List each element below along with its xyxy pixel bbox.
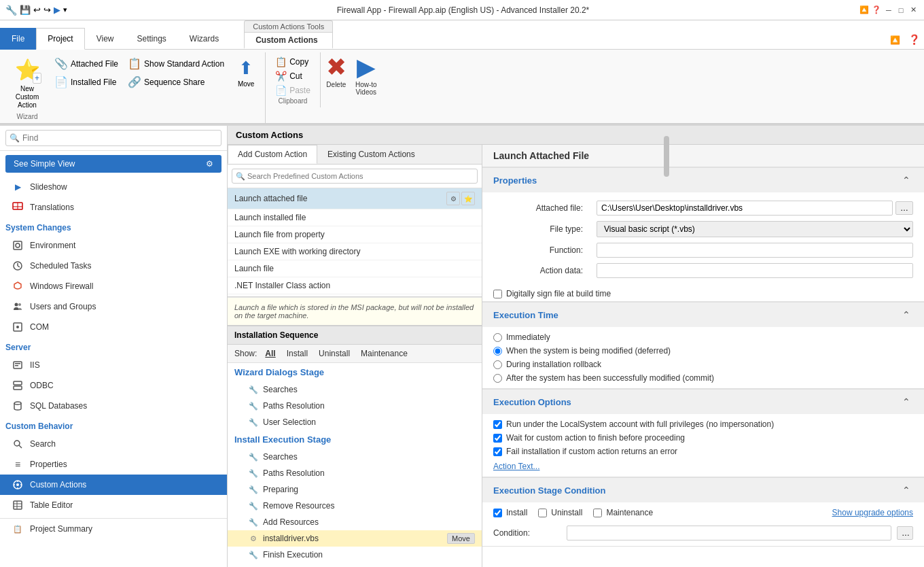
action-icon-star[interactable]: ⭐: [461, 192, 475, 205]
sidebar-item-users-groups[interactable]: Users and Groups: [0, 296, 227, 317]
action-item-launch-file[interactable]: Launch file: [228, 260, 482, 277]
action-data-input[interactable]: [597, 263, 913, 278]
seq-item-remove-resources[interactable]: 🔧 Remove Resources: [228, 498, 482, 514]
condition-input[interactable]: [567, 526, 891, 540]
ribbon-collapse-btn[interactable]: 🔼: [886, 31, 904, 49]
cb-uninstall-input[interactable]: [538, 509, 547, 517]
sidebar-item-environment[interactable]: Environment: [0, 235, 227, 256]
seq-item-install-paths[interactable]: 🔧 Paths Resolution: [228, 465, 482, 481]
attached-file-btn[interactable]: 📎 Attached File: [50, 55, 122, 72]
cb-install-input[interactable]: [493, 509, 502, 517]
minimize-btn[interactable]: ─: [883, 5, 894, 16]
show-option-maintenance[interactable]: Maintenance: [358, 347, 410, 360]
function-input[interactable]: [597, 243, 913, 258]
seq-item-wizard-paths[interactable]: 🔧 Paths Resolution: [228, 398, 482, 414]
move-installdriver-btn[interactable]: Move: [447, 533, 475, 544]
quick-redo[interactable]: ↪: [43, 5, 51, 15]
execution-time-collapse[interactable]: ⌃: [900, 308, 913, 322]
show-upgrade-options-link[interactable]: Show upgrade options: [832, 508, 913, 517]
tab-existing-custom-actions[interactable]: Existing Custom Actions: [317, 145, 425, 164]
sidebar-item-sql-databases[interactable]: SQL Databases: [0, 396, 227, 416]
quick-run[interactable]: ▶: [54, 5, 60, 15]
sidebar-item-search[interactable]: Search: [0, 434, 227, 454]
seq-item-preparing[interactable]: 🔧 Preparing: [228, 481, 482, 498]
cut-btn[interactable]: ✂️ Cut: [271, 69, 315, 83]
sidebar-item-properties[interactable]: ≡ Properties: [0, 454, 227, 475]
sidebar-item-translations[interactable]: Translations: [0, 197, 227, 218]
how-to-btn[interactable]: ▶ How-to Videos: [349, 55, 383, 96]
execution-stage-condition-header[interactable]: Execution Stage Condition ⌃: [482, 477, 924, 502]
tab-project[interactable]: Project: [36, 28, 84, 50]
sidebar-item-slideshow[interactable]: ▶ Slideshow: [0, 177, 227, 197]
ribbon-help-btn[interactable]: ❓: [904, 30, 924, 49]
seq-item-wizard-user-selection[interactable]: 🔧 User Selection: [228, 414, 482, 430]
file-type-select[interactable]: Visual basic script (*.vbs): [597, 221, 913, 237]
seq-item-finish-execution[interactable]: 🔧 Finish Execution: [228, 547, 482, 563]
show-option-uninstall[interactable]: Uninstall: [316, 347, 353, 360]
stage-condition-collapse[interactable]: ⌃: [900, 483, 913, 497]
condition-browse-btn[interactable]: …: [897, 526, 913, 540]
seq-item-add-resources[interactable]: 🔧 Add Resources: [228, 514, 482, 530]
execution-options-header[interactable]: Execution Options ⌃: [482, 389, 924, 414]
simple-view-btn[interactable]: See Simple View ⚙: [5, 155, 221, 173]
copy-btn[interactable]: 📋 Copy: [271, 55, 315, 69]
sidebar-item-table-editor[interactable]: Table Editor: [0, 495, 227, 515]
checkbox-wait-input[interactable]: [493, 434, 502, 443]
sequence-share-btn[interactable]: 🔗 Sequence Share: [124, 73, 228, 90]
maximize-btn[interactable]: □: [895, 5, 906, 16]
sidebar-item-custom-actions[interactable]: Custom Actions: [0, 475, 227, 495]
action-icon-gear[interactable]: ⚙: [446, 192, 460, 205]
paste-btn[interactable]: 📄 Paste: [271, 84, 315, 97]
custom-actions-tab[interactable]: Custom Actions: [244, 32, 333, 49]
action-item-dotnet[interactable]: .NET Installer Class action: [228, 277, 482, 294]
sidebar-item-scheduled-tasks[interactable]: Scheduled Tasks: [0, 256, 227, 276]
checkbox-fail-input[interactable]: [493, 447, 502, 456]
attached-file-browse-btn[interactable]: …: [895, 201, 913, 215]
tab-add-custom-action[interactable]: Add Custom Action: [228, 145, 317, 164]
action-item-launch-installed[interactable]: Launch installed file: [228, 209, 482, 226]
delete-btn[interactable]: ✖ Delete: [326, 55, 346, 96]
digitally-sign-checkbox[interactable]: [493, 290, 502, 298]
new-custom-action-btn[interactable]: ⭐ + New Custom Action: [5, 52, 49, 112]
tools-tab-label[interactable]: Custom Actions Tools: [244, 20, 333, 32]
tab-settings[interactable]: Settings: [126, 28, 178, 50]
execution-options-collapse[interactable]: ⌃: [900, 395, 913, 409]
tab-file[interactable]: File: [0, 28, 36, 50]
action-text-link[interactable]: Action Text...: [482, 462, 924, 477]
tab-wizards[interactable]: Wizards: [178, 28, 230, 50]
action-item-launch-attached[interactable]: Launch attached file ⚙ ⭐: [228, 188, 482, 209]
radio-immediately-input[interactable]: [493, 333, 502, 342]
show-standard-btn[interactable]: 📋 Show Standard Action: [124, 55, 228, 72]
sidebar-item-windows-firewall[interactable]: Windows Firewall: [0, 276, 227, 296]
search-predefined-input[interactable]: [232, 169, 478, 184]
seq-item-installdriver[interactable]: ⚙ installdriver.vbs Move: [228, 530, 482, 547]
sidebar-search-input[interactable]: [5, 130, 221, 146]
installed-file-btn[interactable]: 📄 Installed File: [50, 73, 122, 90]
show-option-install[interactable]: Install: [284, 347, 310, 360]
quick-undo[interactable]: ↩: [33, 5, 41, 15]
radio-deferred-input[interactable]: [493, 347, 502, 356]
scroll-down-btn[interactable]: ❓: [871, 5, 882, 16]
quick-save[interactable]: 💾: [20, 5, 31, 15]
cb-maintenance-input[interactable]: [593, 509, 602, 517]
seq-item-install-searches[interactable]: 🔧 Searches: [228, 449, 482, 465]
seq-item-wizard-searches[interactable]: 🔧 Searches: [228, 381, 482, 398]
radio-rollback-input[interactable]: [493, 360, 502, 369]
tab-view[interactable]: View: [85, 28, 126, 50]
sidebar-item-odbc[interactable]: ODBC: [0, 375, 227, 396]
properties-collapse-btn[interactable]: ⌃: [900, 173, 913, 187]
checkbox-localsystem-input[interactable]: [493, 420, 502, 429]
close-btn[interactable]: ✕: [908, 5, 919, 16]
action-item-launch-exe[interactable]: Launch EXE with working directory: [228, 243, 482, 260]
scroll-up-btn[interactable]: 🔼: [859, 5, 870, 16]
execution-time-header[interactable]: Execution Time ⌃: [482, 302, 924, 327]
sidebar-item-project-summary[interactable]: 📋 Project Summary: [0, 518, 227, 539]
sidebar-item-com[interactable]: COM: [0, 317, 227, 337]
action-item-launch-property[interactable]: Launch file from property: [228, 226, 482, 243]
properties-section-header[interactable]: Properties ⌃: [482, 167, 924, 192]
radio-commit-input[interactable]: [493, 374, 502, 383]
move-btn[interactable]: ⬆ Move: [230, 55, 262, 90]
attached-file-input[interactable]: [597, 201, 893, 216]
sidebar-item-iis[interactable]: IIS: [0, 355, 227, 375]
show-option-all[interactable]: All: [262, 347, 278, 360]
